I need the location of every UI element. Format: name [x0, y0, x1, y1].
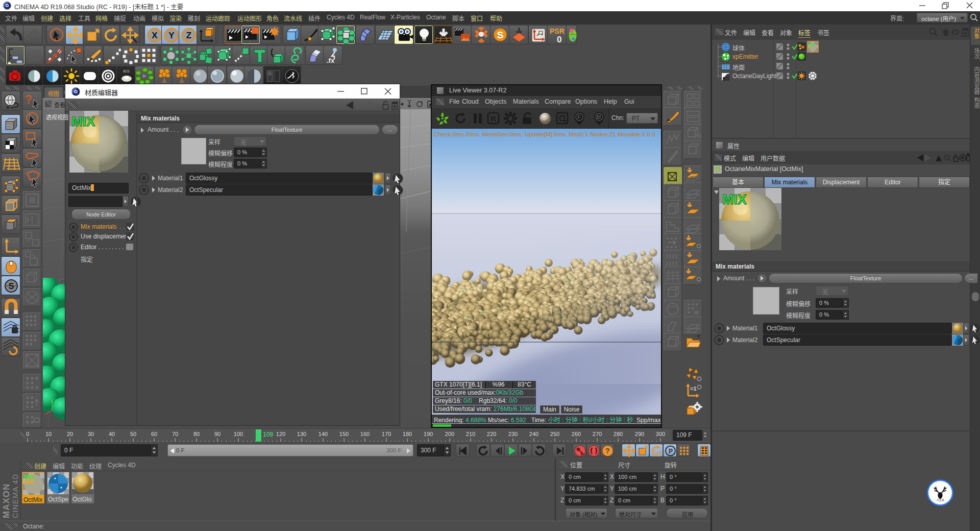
svg-text:Z: Z [186, 31, 191, 40]
svg-text:H: H [27, 214, 34, 226]
svg-text:行走者: 行走者 [937, 498, 944, 502]
svg-text:S: S [497, 30, 504, 40]
svg-text:R: R [491, 114, 496, 123]
svg-text:X: X [152, 31, 158, 40]
svg-text:?: ? [25, 93, 32, 106]
svg-text:F: F [578, 114, 581, 120]
svg-text:0: 0 [557, 35, 561, 44]
svg-text:MIX: MIX [714, 166, 720, 170]
svg-text:?: ? [605, 447, 610, 455]
svg-text:MIX: MIX [71, 114, 95, 129]
svg-text:=1: =1 [690, 385, 697, 392]
svg-text:M: M [597, 114, 601, 120]
svg-text:Y: Y [54, 398, 57, 403]
svg-text:IES: IES [123, 69, 130, 74]
svg-text:MIX: MIX [808, 43, 815, 46]
svg-text:MIX: MIX [24, 474, 34, 480]
svg-text:.fx: .fx [327, 57, 335, 64]
svg-text:P: P [669, 448, 673, 455]
svg-text:PSR: PSR [550, 27, 565, 35]
svg-text:MIX: MIX [722, 192, 747, 207]
svg-text:Check:0ms./0ms. MeshGen:0ms. U: Check:0ms./0ms. MeshGen:0ms. Update[M]:0… [434, 131, 655, 138]
svg-text:L00: L00 [28, 49, 39, 56]
svg-text:Y: Y [168, 31, 175, 40]
svg-text:limit: limit [28, 56, 41, 63]
